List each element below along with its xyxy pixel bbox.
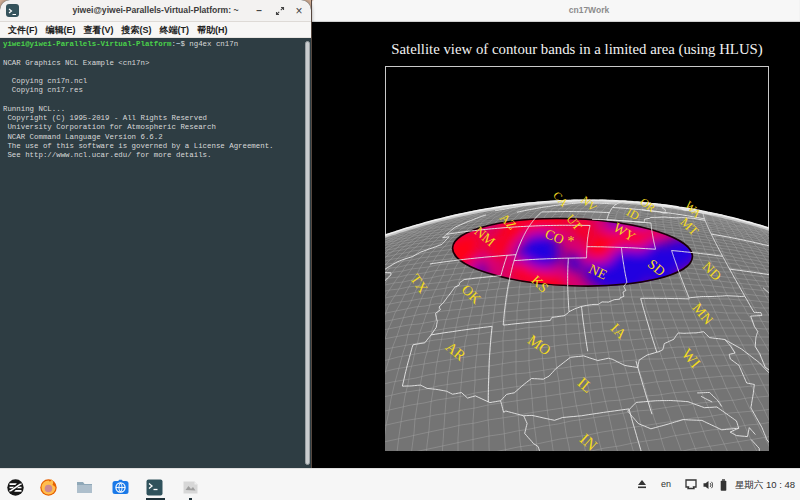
svg-text:*: * — [568, 234, 575, 249]
svg-text:Satellite view of contour band: Satellite view of contour bands in a lim… — [391, 41, 763, 58]
